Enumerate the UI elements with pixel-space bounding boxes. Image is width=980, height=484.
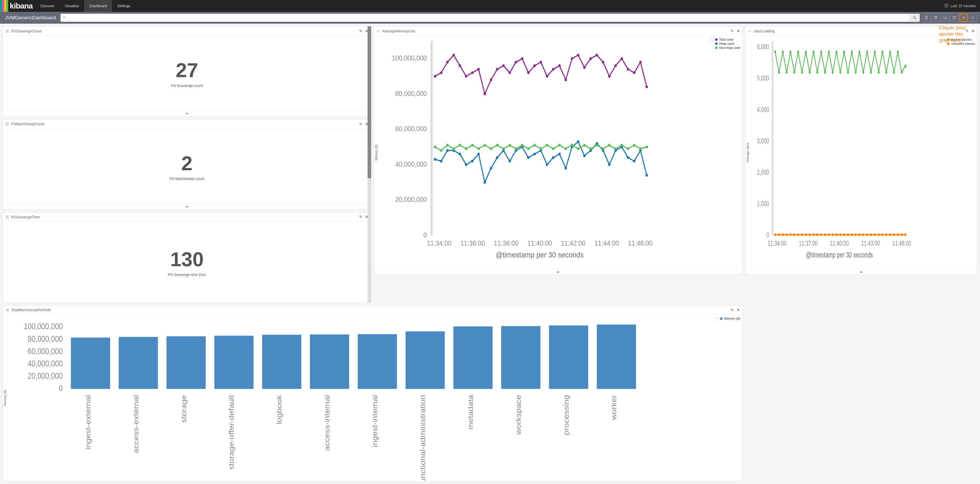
- new-dashboard-button[interactable]: [923, 14, 931, 22]
- save-button[interactable]: [932, 14, 940, 22]
- svg-point-27: [465, 75, 468, 78]
- svg-point-205: [885, 233, 887, 236]
- search-input[interactable]: [60, 14, 910, 22]
- svg-point-191: [832, 233, 834, 236]
- svg-point-182: [797, 233, 799, 236]
- svg-point-146: [793, 71, 795, 74]
- metric-label: PS-MarkSweep count: [170, 177, 204, 181]
- svg-point-179: [786, 233, 788, 236]
- svg-rect-229: [214, 336, 253, 389]
- svg-point-207: [893, 233, 895, 236]
- panel-title: AverageMemoryUse: [382, 29, 730, 33]
- edit-icon[interactable]: ✎: [359, 215, 363, 220]
- svg-point-169: [881, 50, 883, 53]
- panel-title: classLoading: [754, 29, 965, 33]
- annotation-callout: Cliquer pour ajouter des graphiques: [939, 25, 966, 43]
- svg-point-64: [477, 153, 480, 155]
- svg-rect-214: [6, 310, 7, 311]
- svg-point-73: [533, 153, 536, 155]
- line-chart-icon: [748, 29, 752, 33]
- edit-icon[interactable]: ✎: [359, 29, 363, 33]
- svg-text:3,000: 3,000: [757, 137, 769, 145]
- svg-point-81: [583, 154, 586, 157]
- svg-point-116: [583, 144, 586, 146]
- svg-text:1,000: 1,000: [757, 199, 769, 207]
- svg-point-115: [577, 147, 579, 150]
- legend-collapse-icon[interactable]: ›: [710, 38, 714, 41]
- svg-point-66: [490, 167, 492, 169]
- svg-point-42: [558, 64, 561, 67]
- svg-text:processing: processing: [562, 395, 570, 435]
- nav-tab-discover[interactable]: Discover: [35, 0, 59, 12]
- nav-tab-visualize[interactable]: Visualize: [60, 0, 84, 12]
- edit-icon[interactable]: ✎: [730, 307, 734, 312]
- expand-toggle[interactable]: [3, 204, 371, 209]
- svg-point-58: [440, 160, 443, 162]
- legend-dot-icon: [715, 43, 718, 45]
- svg-point-78: [565, 167, 567, 169]
- svg-point-185: [809, 233, 810, 236]
- time-picker[interactable]: Last 15 minutes: [944, 3, 980, 8]
- panel-title: PSScavengeCount: [11, 29, 359, 33]
- svg-text:11:34:00: 11:34:00: [768, 239, 787, 247]
- svg-text:60,000,000: 60,000,000: [395, 125, 427, 133]
- svg-text:logbook: logbook: [275, 395, 283, 424]
- metric-icon: [5, 122, 9, 126]
- panel-header: TotalMemoryUsePerRole ✎✕: [3, 306, 742, 315]
- add-visualization-button[interactable]: [959, 14, 968, 22]
- dashboard-grid: AverageMemoryUse ✎ ✕ Memory (B) 020,000,…: [0, 24, 980, 484]
- svg-text:20,000,000: 20,000,000: [395, 196, 427, 204]
- expand-toggle[interactable]: [745, 269, 977, 275]
- logo-text: kibana: [10, 2, 33, 10]
- svg-point-54: [633, 71, 636, 74]
- svg-rect-245: [597, 325, 636, 389]
- svg-point-49: [602, 61, 605, 64]
- svg-point-97: [465, 147, 468, 150]
- legend-item[interactable]: Memory (B): [720, 317, 740, 320]
- close-icon[interactable]: ✕: [971, 29, 975, 33]
- svg-point-118: [596, 144, 598, 146]
- svg-point-177: [778, 233, 780, 236]
- options-button[interactable]: [969, 14, 977, 22]
- svg-text:0: 0: [424, 231, 427, 239]
- svg-point-109: [539, 147, 542, 150]
- share-button[interactable]: [950, 14, 958, 22]
- svg-point-61: [459, 153, 461, 155]
- nav-tab-dashboard[interactable]: Dashboard: [84, 0, 112, 12]
- search-button[interactable]: [910, 14, 920, 22]
- svg-point-168: [878, 71, 880, 74]
- svg-point-156: [832, 71, 834, 74]
- svg-point-33: [502, 64, 505, 67]
- close-icon[interactable]: ✕: [737, 29, 740, 33]
- chevron-up-icon: [185, 112, 189, 115]
- close-icon[interactable]: ✕: [737, 307, 740, 312]
- legend-item[interactable]: Non-heap used: [715, 46, 740, 49]
- svg-point-200: [866, 233, 868, 236]
- svg-rect-140: [772, 41, 773, 235]
- expand-toggle[interactable]: [374, 269, 742, 275]
- svg-point-159: [843, 50, 845, 53]
- nav-tab-settings[interactable]: Settings: [112, 0, 135, 12]
- metric-label: PS-Scavenge count: [171, 84, 203, 88]
- svg-text:11:46:00: 11:46:00: [892, 239, 911, 247]
- edit-icon[interactable]: ✎: [965, 29, 969, 33]
- svg-text:11:34:00: 11:34:00: [427, 239, 452, 247]
- svg-point-141: [774, 50, 776, 53]
- svg-point-31: [490, 78, 492, 81]
- svg-point-57: [434, 158, 436, 161]
- legend-item[interactable]: Heap used: [715, 42, 740, 46]
- svg-text:80,000,000: 80,000,000: [28, 334, 63, 343]
- edit-icon[interactable]: ✎: [359, 122, 363, 127]
- open-button[interactable]: [941, 14, 949, 22]
- y-axis-label: Average value: [746, 142, 749, 162]
- svg-point-184: [805, 233, 807, 236]
- edit-icon[interactable]: ✎: [730, 29, 734, 33]
- legend-collapse-icon[interactable]: ›: [715, 317, 719, 320]
- metric-value: 2: [181, 152, 192, 175]
- legend-item[interactable]: Total used: [715, 38, 740, 41]
- scrollbar[interactable]: [368, 26, 371, 303]
- expand-toggle[interactable]: [3, 111, 371, 116]
- svg-point-102: [496, 144, 499, 146]
- svg-rect-227: [166, 336, 205, 389]
- svg-point-56: [646, 85, 648, 88]
